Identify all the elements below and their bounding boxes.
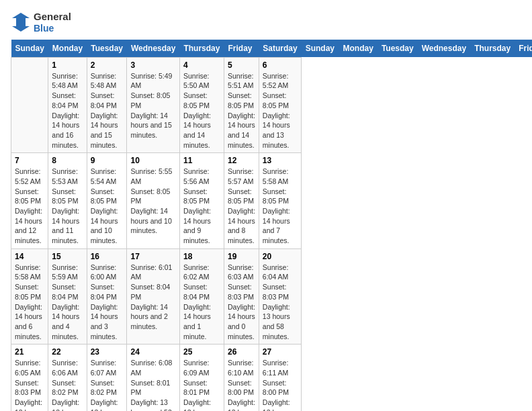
day-info: Sunrise: 5:55 AMSunset: 8:05 PMDaylight:… [130,167,175,236]
day-info: Sunrise: 5:52 AMSunset: 8:05 PMDaylight:… [263,71,298,150]
day-number: 13 [263,156,298,165]
day-number: 6 [263,60,298,70]
day-info: Sunrise: 5:54 AMSunset: 8:05 PMDaylight:… [91,167,124,246]
day-info: Sunrise: 6:06 AMSunset: 8:02 PMDaylight:… [52,358,83,411]
calendar-cell: 13Sunrise: 5:58 AMSunset: 8:05 PMDayligh… [259,153,301,249]
logo-bird-icon [11,11,31,33]
day-info: Sunrise: 5:48 AMSunset: 8:04 PMDaylight:… [52,71,83,150]
header-wednesday: Wednesday [127,40,179,58]
calendar-cell: 25Sunrise: 6:09 AMSunset: 8:01 PMDayligh… [179,345,224,411]
day-number: 11 [183,156,220,165]
day-number: 17 [130,252,175,261]
header-saturday: Saturday [259,40,301,58]
calendar-header-row: SundayMondayTuesdayWednesdayThursdayFrid… [11,40,533,58]
calendar-cell: 8Sunrise: 5:53 AMSunset: 8:05 PMDaylight… [48,153,87,249]
day-info: Sunrise: 5:58 AMSunset: 8:05 PMDaylight:… [263,167,298,246]
day-info: Sunrise: 6:01 AMSunset: 8:04 PMDaylight:… [130,263,175,332]
week-row-4: 21Sunrise: 6:05 AMSunset: 8:03 PMDayligh… [11,345,533,411]
header-friday: Friday [224,40,259,58]
header-sunday: Sunday [302,40,339,58]
header-friday: Friday [515,40,532,58]
calendar-cell: 16Sunrise: 6:00 AMSunset: 8:04 PMDayligh… [87,248,127,345]
day-info: Sunrise: 5:51 AMSunset: 8:05 PMDaylight:… [228,71,255,150]
header-tuesday: Tuesday [87,40,127,58]
day-info: Sunrise: 6:11 AMSunset: 8:00 PMDaylight:… [263,358,298,411]
calendar-cell: 5Sunrise: 5:51 AMSunset: 8:05 PMDaylight… [224,57,259,153]
day-number: 7 [15,156,44,165]
day-info: Sunrise: 5:58 AMSunset: 8:05 PMDaylight:… [15,263,44,342]
calendar-cell: 26Sunrise: 6:10 AMSunset: 8:00 PMDayligh… [224,345,259,411]
logo-text: General Blue [34,11,71,34]
day-info: Sunrise: 5:59 AMSunset: 8:04 PMDaylight:… [52,263,83,342]
day-number: 21 [15,347,44,357]
day-number: 18 [183,252,220,261]
day-info: Sunrise: 6:05 AMSunset: 8:03 PMDaylight:… [15,358,44,411]
day-info: Sunrise: 6:04 AMSunset: 8:03 PMDaylight:… [263,263,298,342]
calendar-cell: 27Sunrise: 6:11 AMSunset: 8:00 PMDayligh… [259,345,301,411]
day-number: 4 [183,60,220,70]
calendar-table: SundayMondayTuesdayWednesdayThursdayFrid… [11,40,532,411]
day-number: 2 [91,60,124,70]
week-row-1: 1Sunrise: 5:48 AMSunset: 8:04 PMDaylight… [11,57,533,153]
day-number: 20 [263,252,298,261]
calendar-cell: 19Sunrise: 6:03 AMSunset: 8:03 PMDayligh… [224,248,259,345]
calendar-cell: 2Sunrise: 5:48 AMSunset: 8:04 PMDaylight… [87,57,127,153]
calendar-cell: 17Sunrise: 6:01 AMSunset: 8:04 PMDayligh… [127,248,179,345]
day-info: Sunrise: 5:52 AMSunset: 8:05 PMDaylight:… [15,167,44,246]
header-thursday: Thursday [470,40,515,58]
day-info: Sunrise: 6:10 AMSunset: 8:00 PMDaylight:… [228,358,255,411]
calendar-cell: 1Sunrise: 5:48 AMSunset: 8:04 PMDaylight… [48,57,87,153]
day-number: 19 [228,252,255,261]
day-number: 27 [263,347,298,357]
day-number: 24 [130,347,175,357]
calendar-cell: 23Sunrise: 6:07 AMSunset: 8:02 PMDayligh… [87,345,127,411]
day-number: 15 [52,252,83,261]
header-monday: Monday [339,40,378,58]
calendar-cell: 22Sunrise: 6:06 AMSunset: 8:02 PMDayligh… [48,345,87,411]
day-info: Sunrise: 5:49 AMSunset: 8:05 PMDaylight:… [130,71,175,140]
calendar-cell: 7Sunrise: 5:52 AMSunset: 8:05 PMDaylight… [11,153,48,249]
day-info: Sunrise: 6:02 AMSunset: 8:04 PMDaylight:… [183,263,220,342]
calendar-cell: 11Sunrise: 5:56 AMSunset: 8:05 PMDayligh… [179,153,224,249]
day-number: 5 [228,60,255,70]
day-number: 26 [228,347,255,357]
calendar-cell: 12Sunrise: 5:57 AMSunset: 8:05 PMDayligh… [224,153,259,249]
calendar-cell: 6Sunrise: 5:52 AMSunset: 8:05 PMDaylight… [259,57,301,153]
day-number: 25 [183,347,220,357]
week-row-2: 7Sunrise: 5:52 AMSunset: 8:05 PMDaylight… [11,153,533,249]
day-info: Sunrise: 6:08 AMSunset: 8:01 PMDaylight:… [130,358,175,411]
day-number: 14 [15,252,44,261]
day-number: 22 [52,347,83,357]
day-number: 10 [130,156,175,165]
calendar-cell: 21Sunrise: 6:05 AMSunset: 8:03 PMDayligh… [11,345,48,411]
day-info: Sunrise: 6:03 AMSunset: 8:03 PMDaylight:… [228,263,255,342]
calendar-cell: 10Sunrise: 5:55 AMSunset: 8:05 PMDayligh… [127,153,179,249]
calendar-cell: 24Sunrise: 6:08 AMSunset: 8:01 PMDayligh… [127,345,179,411]
calendar-cell: 20Sunrise: 6:04 AMSunset: 8:03 PMDayligh… [259,248,301,345]
week-row-3: 14Sunrise: 5:58 AMSunset: 8:05 PMDayligh… [11,248,533,345]
calendar-cell: 18Sunrise: 6:02 AMSunset: 8:04 PMDayligh… [179,248,224,345]
calendar-cell: 14Sunrise: 5:58 AMSunset: 8:05 PMDayligh… [11,248,48,345]
header-wednesday: Wednesday [418,40,470,58]
svg-marker-0 [12,13,30,32]
calendar-cell: 4Sunrise: 5:50 AMSunset: 8:05 PMDaylight… [179,57,224,153]
day-info: Sunrise: 5:53 AMSunset: 8:05 PMDaylight:… [52,167,83,246]
day-info: Sunrise: 5:57 AMSunset: 8:05 PMDaylight:… [228,167,255,246]
page-header: General Blue [11,11,521,34]
header-thursday: Thursday [179,40,224,58]
calendar-cell: 15Sunrise: 5:59 AMSunset: 8:04 PMDayligh… [48,248,87,345]
day-number: 16 [91,252,124,261]
day-info: Sunrise: 5:48 AMSunset: 8:04 PMDaylight:… [91,71,124,150]
day-number: 23 [91,347,124,357]
header-sunday: Sunday [11,40,48,58]
calendar-cell: 9Sunrise: 5:54 AMSunset: 8:05 PMDaylight… [87,153,127,249]
day-info: Sunrise: 5:56 AMSunset: 8:05 PMDaylight:… [183,167,220,246]
day-info: Sunrise: 6:00 AMSunset: 8:04 PMDaylight:… [91,263,124,342]
day-number: 8 [52,156,83,165]
calendar-cell: 3Sunrise: 5:49 AMSunset: 8:05 PMDaylight… [127,57,179,153]
day-info: Sunrise: 6:09 AMSunset: 8:01 PMDaylight:… [183,358,220,411]
calendar-cell [11,57,48,153]
day-number: 3 [130,60,175,70]
day-number: 12 [228,156,255,165]
day-number: 1 [52,60,83,70]
